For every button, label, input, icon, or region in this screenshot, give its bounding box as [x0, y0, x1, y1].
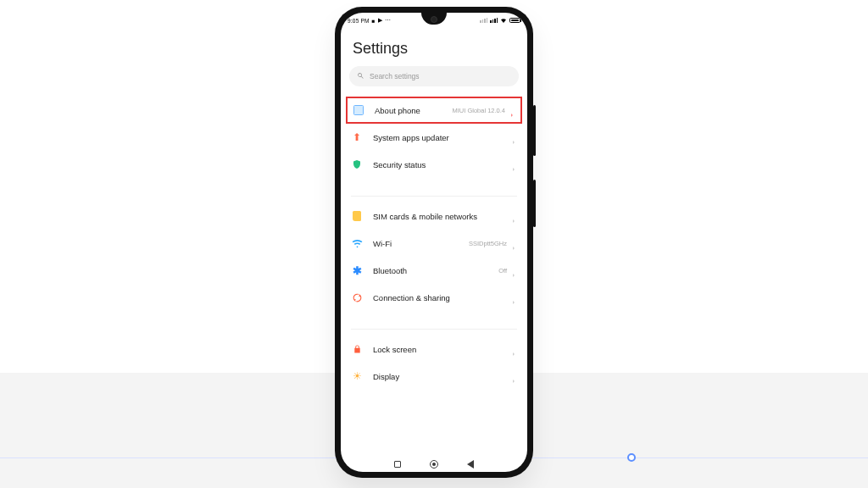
row-connection-sharing[interactable]: Connection & sharing	[341, 284, 527, 311]
phone-frame: 9:05 PM ■ ▶ ⋯ Settings Search settings	[335, 7, 533, 478]
row-value: Off	[498, 267, 507, 274]
row-label: Display	[373, 372, 510, 381]
chevron-right-icon	[509, 107, 515, 114]
power-button	[533, 180, 536, 227]
separator	[351, 196, 517, 197]
chevron-right-icon	[510, 161, 517, 168]
nav-home[interactable]	[430, 460, 438, 469]
search-icon	[357, 72, 364, 81]
video-icon: ■	[372, 18, 376, 24]
page-title: Settings	[341, 28, 527, 66]
share-icon	[351, 291, 363, 303]
sim-icon	[351, 210, 363, 222]
wifi-icon	[351, 237, 363, 249]
row-security-status[interactable]: Security status	[341, 151, 527, 178]
chevron-right-icon	[510, 134, 517, 141]
updater-icon: ⬆	[351, 131, 363, 143]
nav-back[interactable]	[467, 460, 474, 469]
lock-icon	[351, 343, 363, 355]
row-about-phone[interactable]: About phone MIUI Global 12.0.4	[346, 97, 522, 124]
search-placeholder: Search settings	[370, 72, 420, 80]
row-display[interactable]: ☀ Display	[341, 363, 527, 390]
search-input[interactable]: Search settings	[349, 66, 519, 86]
row-value: SSIDptt5GHz	[469, 240, 507, 247]
row-system-apps-updater[interactable]: ⬆ System apps updater	[341, 124, 527, 151]
display-icon: ☀	[351, 370, 363, 382]
row-label: Connection & sharing	[373, 293, 510, 302]
battery-icon	[509, 18, 520, 23]
more-icon: ⋯	[385, 17, 391, 24]
chevron-right-icon	[510, 346, 517, 352]
status-bar: 9:05 PM ■ ▶ ⋯	[341, 13, 527, 28]
row-wifi[interactable]: Wi-Fi SSIDptt5GHz	[341, 230, 527, 257]
about-icon	[353, 104, 364, 116]
status-time: 9:05 PM	[348, 18, 370, 24]
content-scroll[interactable]: Settings Search settings About phone MIU…	[341, 28, 527, 457]
signal-icon	[490, 18, 498, 23]
row-label: System apps updater	[373, 133, 510, 142]
row-value: MIUI Global 12.0.4	[452, 107, 505, 114]
page-progress-thumb[interactable]	[627, 453, 636, 462]
row-label: Lock screen	[373, 345, 510, 354]
row-label: About phone	[375, 106, 452, 115]
row-label: Wi-Fi	[373, 239, 469, 248]
record-icon: ▶	[378, 17, 382, 24]
shield-icon	[351, 158, 363, 170]
wifi-status-icon	[500, 17, 507, 25]
row-label: Bluetooth	[373, 266, 498, 275]
chevron-right-icon	[510, 294, 517, 301]
phone-screen: 9:05 PM ■ ▶ ⋯ Settings Search settings	[341, 13, 527, 472]
row-lock-screen[interactable]: Lock screen	[341, 336, 527, 363]
chevron-right-icon	[510, 213, 517, 219]
row-label: Security status	[373, 160, 510, 169]
nav-bar	[341, 457, 527, 472]
volume-button	[533, 105, 536, 156]
bt-icon: ✱	[351, 264, 363, 276]
row-sim-networks[interactable]: SIM cards & mobile networks	[341, 202, 527, 230]
row-label: SIM cards & mobile networks	[373, 212, 510, 221]
chevron-right-icon	[510, 373, 517, 380]
row-bluetooth[interactable]: ✱ Bluetooth Off	[341, 257, 527, 284]
chevron-right-icon	[510, 267, 517, 274]
separator	[351, 329, 517, 330]
signal-dim-icon	[480, 18, 487, 23]
chevron-right-icon	[510, 240, 517, 247]
nav-recents[interactable]	[394, 461, 401, 468]
